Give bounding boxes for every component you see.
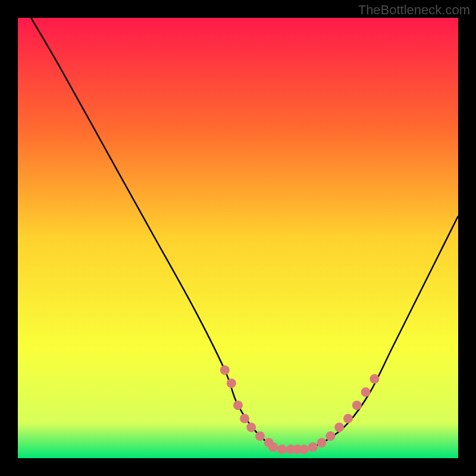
data-point-marker <box>361 387 371 397</box>
data-point-marker <box>227 378 236 388</box>
data-point-marker <box>369 374 379 384</box>
chart-plot-area <box>18 18 458 458</box>
data-point-marker <box>255 431 265 441</box>
data-point-marker <box>334 422 344 432</box>
data-point-marker <box>277 444 287 454</box>
data-point-marker <box>233 400 243 410</box>
data-point-marker <box>343 414 353 423</box>
data-point-marker <box>268 443 278 452</box>
gradient-background <box>18 18 458 458</box>
data-point-marker <box>352 400 362 410</box>
data-point-marker <box>220 365 230 375</box>
data-point-marker <box>299 444 309 454</box>
data-point-marker <box>317 438 327 447</box>
data-point-marker <box>240 414 249 423</box>
bottleneck-chart <box>18 18 458 458</box>
data-point-marker <box>325 431 335 441</box>
data-point-marker <box>246 422 256 432</box>
data-point-marker <box>308 443 318 452</box>
attribution-text: TheBottleneck.com <box>358 2 470 18</box>
